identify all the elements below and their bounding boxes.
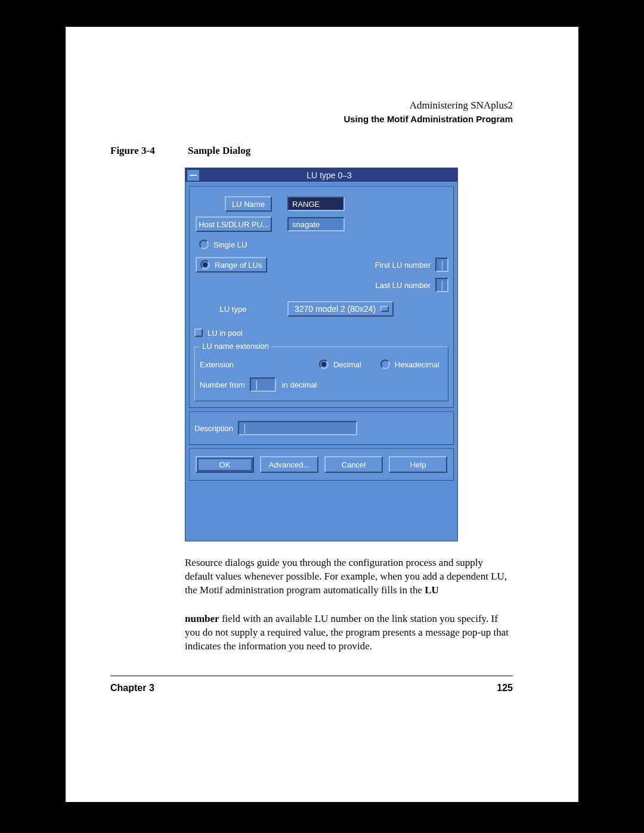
figure-caption: Sample Dialog xyxy=(188,145,250,157)
radio-icon xyxy=(319,360,329,369)
window-menu-icon[interactable] xyxy=(187,169,200,181)
range-of-lus-radio[interactable]: Range of LUs xyxy=(196,257,267,272)
page-header: Administering SNAplus2 Using the Motif A… xyxy=(343,98,513,125)
header-title: Administering SNAplus2 xyxy=(343,98,513,113)
lu-name-input[interactable]: RANGE xyxy=(287,197,345,211)
cancel-button[interactable]: Cancel xyxy=(324,456,383,473)
host-ls-button[interactable]: Host LS/DLUR PU... xyxy=(196,216,272,232)
help-button[interactable]: Help xyxy=(389,456,447,473)
group-title: LU name extension xyxy=(200,342,271,351)
lu-in-pool-checkbox[interactable] xyxy=(194,329,203,337)
page-footer: Chapter 3 125 xyxy=(110,683,513,693)
lu-name-button[interactable]: LU Name xyxy=(225,196,272,212)
description-panel: Description │ xyxy=(189,411,454,445)
number-from-label: Number from xyxy=(200,380,245,389)
body-paragraph-1: Resource dialogs guide you through the c… xyxy=(185,556,513,597)
figure-label: Figure 3-4 xyxy=(110,145,155,157)
in-decimal-label: in decimal xyxy=(282,380,317,389)
lu-type-option[interactable]: 3270 model 2 (80x24) xyxy=(287,301,394,317)
description-label: Description xyxy=(194,424,233,433)
header-subtitle: Using the Motif Administration Program xyxy=(343,113,513,125)
lu-type-label: LU type xyxy=(220,305,247,314)
first-lu-label: First LU number xyxy=(277,261,435,270)
sample-dialog: LU type 0–3 LU Name RANGE Host LS/DLUR P… xyxy=(185,168,458,541)
advanced-button[interactable]: Advanced... xyxy=(260,456,318,473)
dialog-title: LU type 0–3 xyxy=(201,171,457,180)
host-ls-input[interactable]: snagate xyxy=(287,217,345,231)
radio-icon xyxy=(200,260,210,270)
last-lu-input[interactable]: │ xyxy=(435,278,448,292)
single-lu-radio[interactable]: Single LU xyxy=(196,238,250,251)
lu-name-extension-group: LU name extension Extension Decimal Hexa… xyxy=(194,346,448,401)
footer-chapter: Chapter 3 xyxy=(110,683,154,693)
description-input[interactable]: │ xyxy=(238,421,357,435)
radio-icon xyxy=(380,360,390,369)
hexadecimal-radio[interactable]: Hexadecimal xyxy=(377,358,443,371)
footer-page-number: 125 xyxy=(497,683,513,693)
first-lu-input[interactable]: │ xyxy=(435,258,448,272)
footer-rule xyxy=(110,676,513,676)
decimal-radio[interactable]: Decimal xyxy=(315,358,365,371)
extension-label: Extension xyxy=(200,360,253,369)
last-lu-label: Last LU number xyxy=(277,281,435,290)
dialog-titlebar[interactable]: LU type 0–3 xyxy=(185,168,457,182)
main-panel: LU Name RANGE Host LS/DLUR PU... snagate… xyxy=(189,186,454,408)
body-paragraph-2: number field with an available LU number… xyxy=(185,612,513,654)
radio-icon xyxy=(199,240,209,249)
number-from-input[interactable]: │ xyxy=(250,377,276,392)
lu-in-pool-label: LU in pool xyxy=(208,329,243,337)
button-panel: OK Advanced... Cancel Help xyxy=(189,448,454,481)
document-page: Administering SNAplus2 Using the Motif A… xyxy=(66,27,578,802)
ok-button[interactable]: OK xyxy=(196,456,254,473)
option-handle-icon xyxy=(380,306,389,312)
